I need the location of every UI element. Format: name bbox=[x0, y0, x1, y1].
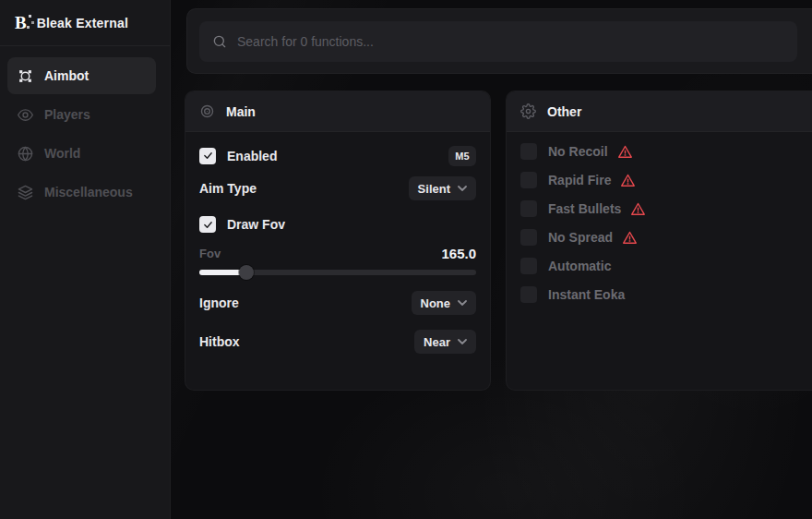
sidebar-item-world[interactable]: World bbox=[7, 135, 156, 172]
search-box[interactable] bbox=[199, 21, 797, 62]
check-icon bbox=[203, 220, 213, 230]
hitbox-label: Hitbox bbox=[199, 334, 240, 349]
aim-type-value: Silent bbox=[418, 182, 450, 196]
draw-fov-row: Draw Fov bbox=[199, 215, 476, 234]
aim-type-row: Aim Type Silent bbox=[199, 176, 476, 200]
warning-triangle-icon bbox=[630, 201, 646, 217]
panel-main: Main Enabled M5 Aim Type Silent bbox=[185, 91, 491, 391]
fov-value: 165.0 bbox=[441, 246, 476, 261]
enabled-keybind-badge[interactable]: M5 bbox=[448, 146, 476, 166]
draw-fov-label: Draw Fov bbox=[227, 217, 285, 232]
automatic-label: Automatic bbox=[548, 259, 611, 273]
ignore-label: Ignore bbox=[199, 296, 239, 310]
rapid-fire-row: Rapid Fire bbox=[520, 171, 812, 189]
enabled-label: Enabled bbox=[227, 149, 277, 163]
gear-icon bbox=[520, 103, 536, 119]
chevron-down-icon bbox=[458, 186, 467, 191]
logo-row: B Bleak External bbox=[0, 0, 170, 46]
sidebar-item-miscellaneous[interactable]: Miscellaneous bbox=[7, 174, 156, 211]
sidebar-nav: Aimbot Players World Miscellaneous bbox=[0, 46, 170, 211]
rapid-fire-checkbox[interactable] bbox=[520, 172, 537, 188]
no-recoil-label: No Recoil bbox=[548, 144, 608, 159]
sidebar: B Bleak External Aimbot Players W bbox=[0, 0, 171, 519]
hitbox-value: Near bbox=[424, 335, 450, 349]
fast-bullets-checkbox[interactable] bbox=[520, 200, 537, 217]
aim-type-dropdown[interactable]: Silent bbox=[409, 176, 476, 200]
sidebar-item-label: Miscellaneous bbox=[44, 185, 133, 199]
app-logo-icon: B bbox=[15, 14, 27, 31]
sidebar-item-aimbot[interactable]: Aimbot bbox=[7, 57, 156, 94]
aimbot-crosshair-icon bbox=[18, 68, 33, 84]
ignore-dropdown[interactable]: None bbox=[412, 291, 477, 315]
search-icon bbox=[212, 34, 227, 49]
chevron-down-icon bbox=[458, 300, 467, 306]
fov-row: Fov 165.0 bbox=[199, 245, 476, 261]
search-header-panel bbox=[186, 8, 812, 74]
hitbox-dropdown[interactable]: Near bbox=[414, 330, 476, 354]
aim-type-label: Aim Type bbox=[199, 181, 257, 196]
draw-fov-checkbox[interactable] bbox=[199, 216, 216, 233]
fov-slider[interactable] bbox=[199, 265, 476, 280]
panel-other: Other No Recoil Rapid Fire bbox=[506, 91, 812, 391]
no-recoil-row: No Recoil bbox=[520, 142, 812, 161]
hitbox-row: Hitbox Near bbox=[199, 330, 476, 354]
panel-other-body: No Recoil Rapid Fire Fast Bull bbox=[507, 142, 812, 304]
automatic-checkbox[interactable] bbox=[520, 258, 537, 274]
panel-main-header: Main bbox=[185, 91, 490, 132]
target-icon bbox=[199, 103, 215, 119]
check-icon bbox=[203, 151, 213, 161]
no-spread-checkbox[interactable] bbox=[520, 229, 537, 246]
enabled-row: Enabled M5 bbox=[199, 144, 476, 167]
eye-icon bbox=[18, 107, 33, 123]
panel-other-header: Other bbox=[507, 91, 812, 132]
ignore-value: None bbox=[421, 296, 451, 310]
enabled-checkbox[interactable] bbox=[199, 148, 216, 164]
globe-icon bbox=[18, 146, 33, 162]
panel-other-title: Other bbox=[547, 104, 581, 119]
instant-eoka-checkbox[interactable] bbox=[520, 286, 537, 303]
no-recoil-checkbox[interactable] bbox=[520, 143, 537, 160]
warning-triangle-icon bbox=[620, 173, 636, 188]
panel-main-body: Enabled M5 Aim Type Silent Draw Fov F bbox=[185, 144, 490, 354]
chevron-down-icon bbox=[458, 339, 467, 344]
fov-label: Fov bbox=[199, 247, 221, 260]
ignore-row: Ignore None bbox=[199, 291, 476, 315]
instant-eoka-row: Instant Eoka bbox=[520, 285, 812, 304]
instant-eoka-label: Instant Eoka bbox=[548, 287, 625, 302]
sidebar-item-label: Players bbox=[44, 107, 90, 122]
fov-slider-thumb[interactable] bbox=[239, 265, 254, 280]
layers-icon bbox=[18, 185, 33, 200]
no-spread-row: No Spread bbox=[520, 228, 812, 247]
fast-bullets-row: Fast Bullets bbox=[520, 199, 812, 218]
search-input[interactable] bbox=[237, 34, 784, 49]
sidebar-item-players[interactable]: Players bbox=[7, 96, 156, 133]
no-spread-label: No Spread bbox=[548, 230, 613, 245]
warning-triangle-icon bbox=[617, 144, 633, 160]
app-title: Bleak External bbox=[37, 16, 128, 30]
main-content: Main Enabled M5 Aim Type Silent bbox=[171, 0, 812, 519]
panel-main-title: Main bbox=[226, 104, 256, 119]
automatic-row: Automatic bbox=[520, 257, 812, 275]
sidebar-item-label: World bbox=[44, 146, 80, 161]
fast-bullets-label: Fast Bullets bbox=[548, 201, 621, 216]
rapid-fire-label: Rapid Fire bbox=[548, 173, 611, 187]
warning-triangle-icon bbox=[622, 230, 638, 246]
sidebar-item-label: Aimbot bbox=[44, 68, 89, 83]
